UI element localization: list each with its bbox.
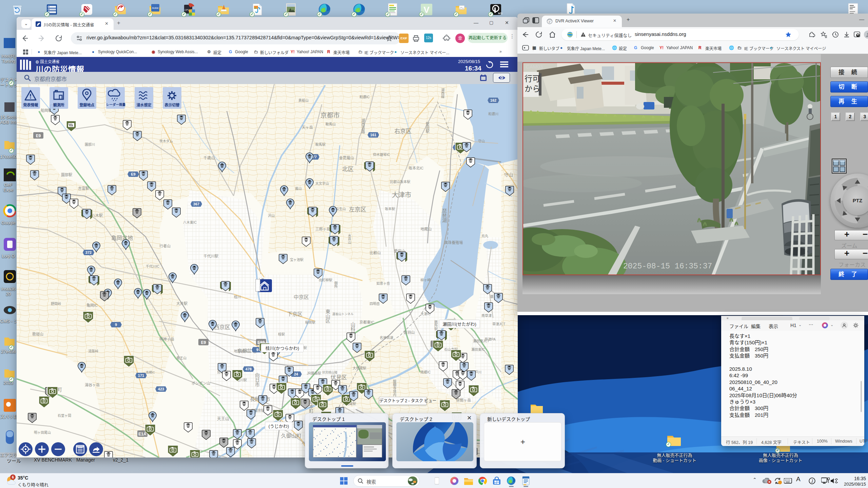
svg-text:稲荷駅: 稲荷駅 <box>305 321 315 324</box>
svg-text:沢山: 沢山 <box>268 214 275 218</box>
svg-text:桂駅: 桂駅 <box>278 332 285 336</box>
svg-text:大津市: 大津市 <box>392 191 411 199</box>
svg-text:南草津: 南草津 <box>481 313 492 318</box>
svg-text:石堂ヶ岡: 石堂ヶ岡 <box>58 414 71 418</box>
svg-text:伏見区: 伏見区 <box>331 374 347 380</box>
svg-text:桂川: 桂川 <box>234 295 241 299</box>
svg-text:久御山町: 久御山町 <box>281 433 301 439</box>
svg-text:野間峠: 野間峠 <box>51 302 61 306</box>
svg-text:瓜生山: 瓜生山 <box>336 207 346 211</box>
svg-text:CAM03: CAM03 <box>526 64 543 69</box>
svg-text:E9: E9 <box>36 134 41 138</box>
svg-text:園部駅: 園部駅 <box>61 172 72 177</box>
svg-text:E9: E9 <box>131 172 135 176</box>
svg-text:坂本北IC: 坂本北IC <box>409 166 423 170</box>
svg-text:坂本駅: 坂本駅 <box>385 207 395 211</box>
svg-text:水井山: 水井山 <box>348 234 351 244</box>
svg-text:和邇IC: 和邇IC <box>359 95 370 99</box>
svg-text:草津PA: 草津PA <box>485 338 496 341</box>
svg-text:地獄谷峠: 地獄谷峠 <box>234 349 248 353</box>
svg-text:世木ダム: 世木ダム <box>159 139 173 143</box>
svg-text:三郎ヶ岳: 三郎ヶ岳 <box>315 227 330 231</box>
svg-text:地蔵山: 地蔵山 <box>420 227 432 231</box>
svg-text:清阪峠: 清阪峠 <box>88 349 98 353</box>
svg-text:守山: 守山 <box>504 172 513 177</box>
svg-text:2025-08-15 16:35:37: 2025-08-15 16:35:37 <box>623 262 712 271</box>
svg-text:E9: E9 <box>201 340 206 345</box>
svg-text:JR藤森駅: JR藤森駅 <box>307 371 321 375</box>
svg-text:北区: 北区 <box>342 166 354 172</box>
svg-text:423: 423 <box>158 387 164 391</box>
svg-text:烏丸: 烏丸 <box>481 234 488 238</box>
svg-text:中京区: 中京区 <box>294 294 309 300</box>
svg-text:鞍馬山: 鞍馬山 <box>326 122 336 126</box>
svg-text:桂川(かつらかわ): 桂川(かつらかわ) <box>265 346 299 351</box>
svg-text:柳ヶ崎: 柳ヶ崎 <box>420 278 431 282</box>
svg-text:伏見桃山陵: 伏見桃山陵 <box>322 370 337 374</box>
svg-text:大地蔵駅: 大地蔵駅 <box>353 366 366 370</box>
svg-text:堅田駅: 堅田駅 <box>425 122 430 134</box>
svg-text:大文字山: 大文字山 <box>315 181 329 185</box>
svg-text:琵琶湖: 琵琶湖 <box>441 208 447 223</box>
svg-text:162: 162 <box>490 98 496 102</box>
svg-text:御所: 御所 <box>334 281 338 288</box>
svg-text:湖西線: 湖西線 <box>441 88 445 98</box>
svg-text:金毘羅山: 金毘羅山 <box>339 156 354 160</box>
svg-text:24: 24 <box>294 372 298 376</box>
svg-text:比叡山: 比叡山 <box>370 250 381 255</box>
svg-text:千歳山: 千歳山 <box>203 156 215 160</box>
svg-text:千代川駅: 千代川駅 <box>203 254 218 258</box>
svg-text:如意ヶ岳: 如意ヶ岳 <box>376 281 390 285</box>
svg-text:草津JCT: 草津JCT <box>492 322 505 326</box>
svg-text:出町柳駅: 出町柳駅 <box>319 278 332 282</box>
svg-text:東山区: 東山区 <box>325 309 330 323</box>
svg-text:鞍馬駅: 鞍馬駅 <box>315 142 326 146</box>
svg-text:367: 367 <box>193 202 199 206</box>
svg-text:9: 9 <box>256 348 258 352</box>
svg-text:音羽山: 音羽山 <box>403 330 415 334</box>
svg-text:比叡山坂本駅: 比叡山坂本駅 <box>390 180 410 184</box>
svg-text:湯谷ヶ岳: 湯谷ヶ岳 <box>85 383 100 387</box>
svg-text:9: 9 <box>115 323 117 327</box>
svg-text:V: V <box>423 5 430 15</box>
svg-text:京都市: 京都市 <box>320 112 340 119</box>
svg-text:E1A: E1A <box>138 432 146 436</box>
svg-text:名神高速: 名神高速 <box>380 336 393 340</box>
svg-text:171: 171 <box>138 373 144 378</box>
svg-text:竜王山: 竜王山 <box>176 356 186 360</box>
svg-text:和邇川: 和邇川 <box>488 112 498 116</box>
svg-text:嵐山: 嵐山 <box>295 187 302 190</box>
svg-text:逢坂山トンネル: 逢坂山トンネル <box>332 312 354 316</box>
svg-text:NT2: NT2 <box>498 12 502 15</box>
svg-text:天王山: 天王山 <box>217 416 229 421</box>
svg-text:八木駅: 八木駅 <box>92 214 103 218</box>
svg-text:161: 161 <box>370 133 376 137</box>
svg-text:瀬田川(せたがわ): 瀬田川(せたがわ) <box>442 322 476 327</box>
svg-text:下京区: 下京区 <box>287 311 302 317</box>
svg-text:吉富駅: 吉富駅 <box>78 186 89 190</box>
svg-text:478: 478 <box>245 367 252 371</box>
svg-text:醍醐寺境内: 醍醐寺境内 <box>393 380 396 397</box>
svg-text:南郷IC: 南郷IC <box>420 370 431 374</box>
svg-text:宝ヶ池駅: 宝ヶ池駅 <box>290 258 303 262</box>
svg-text:四明岳: 四明岳 <box>370 302 380 306</box>
svg-text:明神ヶ岳: 明神ヶ岳 <box>159 337 174 341</box>
svg-text:八木東IC: 八木東IC <box>183 220 197 224</box>
svg-text:亀岡IC: 亀岡IC <box>86 303 98 307</box>
svg-text:ポンポン山: ポンポン山 <box>192 381 210 385</box>
svg-text:から: から <box>525 84 540 93</box>
svg-text:明ヶ田尾山: 明ヶ田尾山 <box>34 431 51 434</box>
svg-text:真珠養殖場: 真珠養殖場 <box>444 240 463 245</box>
svg-text:右京区: 右京区 <box>394 128 412 135</box>
svg-text:Ackie: Ackie <box>152 6 159 9</box>
svg-text:貴船山: 貴船山 <box>298 98 309 102</box>
svg-text:(うじかわ): (うじかわ) <box>269 424 289 429</box>
svg-text:歌垣山: 歌垣山 <box>32 332 43 336</box>
svg-text:膳所駅: 膳所駅 <box>434 320 438 331</box>
svg-text:守山: 守山 <box>478 139 485 143</box>
svg-text:行者山: 行者山 <box>159 244 171 248</box>
svg-text:千代川IC: 千代川IC <box>146 265 159 268</box>
svg-text:仰木雄琴IC: 仰木雄琴IC <box>373 152 390 157</box>
svg-text:大井駅: 大井駅 <box>176 301 188 306</box>
svg-text:行可: 行可 <box>525 74 540 83</box>
